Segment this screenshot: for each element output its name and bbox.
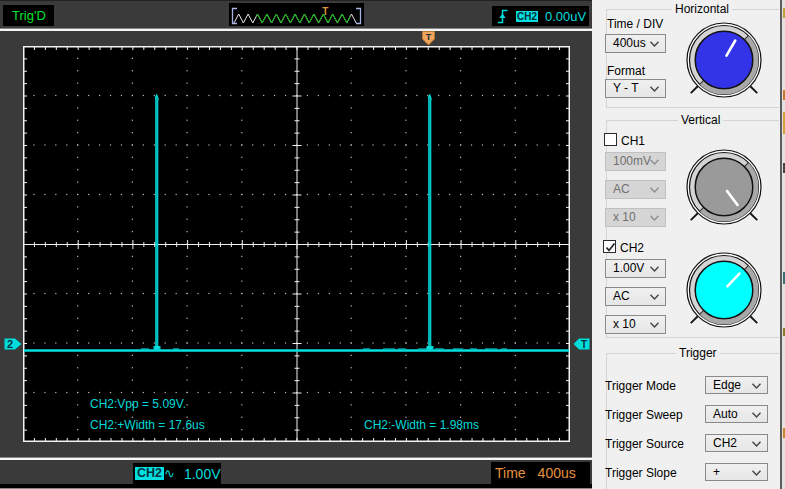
separator-bottom — [0, 457, 592, 460]
time-div-label: Time / DIV — [607, 17, 663, 31]
trigger-slope-select[interactable]: + — [705, 463, 768, 481]
ch2-volts-select[interactable]: 1.00V — [605, 259, 666, 278]
measurement-vpp: CH2:Vpp = 5.09V. — [90, 397, 186, 411]
separator-top — [0, 28, 592, 31]
time-label: Time — [495, 465, 526, 481]
rising-edge-icon — [497, 9, 511, 24]
trigger-slope-label: Trigger Slope — [605, 466, 677, 480]
trigger-time-marker[interactable]: T — [422, 31, 435, 46]
trigger-level-value: 0.00uV — [545, 9, 586, 24]
ch2-probe-select[interactable]: x 10 — [605, 315, 666, 334]
scope-bezel: Trig'D T CH2 0.00uV CH2:Vpp = 5.09V. CH2… — [0, 0, 592, 489]
control-panel: Horizontal Time / DIV 400us Format Y - T… — [592, 0, 785, 489]
ch1-probe-select: x 10 — [605, 208, 666, 227]
scope-graticule-waveform — [23, 46, 570, 442]
trigger-mode-select[interactable]: Edge — [705, 376, 768, 394]
ch2-checkbox[interactable] — [603, 240, 616, 253]
trigger-status: Trig'D — [3, 5, 54, 26]
svg-text:T: T — [426, 32, 432, 42]
ch2-zero-marker[interactable]: 2 — [4, 338, 22, 350]
ch1-volts-select: 100mV — [605, 152, 666, 171]
trigger-group-title: Trigger — [676, 346, 720, 360]
trigger-source-label: Trigger Source — [605, 437, 684, 451]
trigger-readout: CH2 0.00uV — [492, 6, 589, 26]
format-select[interactable]: Y - T — [605, 79, 666, 98]
trigger-source-select[interactable]: CH2 — [705, 434, 768, 452]
trigger-level-marker[interactable]: T — [573, 338, 590, 350]
scope-display[interactable]: CH2:Vpp = 5.09V. CH2:+Width = 17.6us CH2… — [23, 46, 570, 442]
volts-per-div-value: 1.00V — [184, 466, 221, 482]
trigger-sweep-select[interactable]: Auto — [705, 405, 768, 423]
ch2-coupling-select[interactable]: AC — [605, 287, 666, 306]
channel-badge: CH2 — [135, 467, 164, 480]
ch2-label: CH2 — [620, 241, 644, 255]
ch1-coupling-select: AC — [605, 180, 666, 199]
time-per-div-value: 400us — [538, 465, 576, 481]
time-div-select[interactable]: 400us — [605, 34, 666, 53]
svg-text:T: T — [581, 339, 587, 350]
format-label: Format — [607, 64, 645, 78]
trigger-sweep-label: Trigger Sweep — [605, 408, 683, 422]
horizontal-knob[interactable] — [674, 10, 774, 110]
ch2-volts-knob[interactable] — [674, 240, 774, 340]
ch1-checkbox[interactable] — [604, 133, 617, 146]
ch1-label: CH1 — [621, 134, 645, 148]
ch1-volts-knob[interactable] — [674, 137, 774, 237]
vertical-group-title: Vertical — [678, 113, 723, 127]
coupling-symbol: ∿ — [164, 466, 175, 481]
measurement-pos-width: CH2:+Width = 17.6us — [90, 418, 205, 432]
time-status-box: Time 400us — [491, 462, 590, 484]
capture-preview[interactable]: T — [229, 3, 364, 26]
measurement-neg-width: CH2:-Width = 1.98ms — [364, 418, 479, 432]
svg-text:T: T — [322, 6, 328, 17]
trigger-channel-badge: CH2 — [516, 11, 538, 22]
channel-status-box: CH2 ∿ 1.00V — [133, 463, 221, 484]
top-status-bar: Trig'D T CH2 0.00uV — [0, 0, 592, 28]
svg-text:2: 2 — [7, 338, 13, 350]
trigger-mode-label: Trigger Mode — [605, 379, 676, 393]
capture-preview-waveform: T — [229, 3, 364, 26]
